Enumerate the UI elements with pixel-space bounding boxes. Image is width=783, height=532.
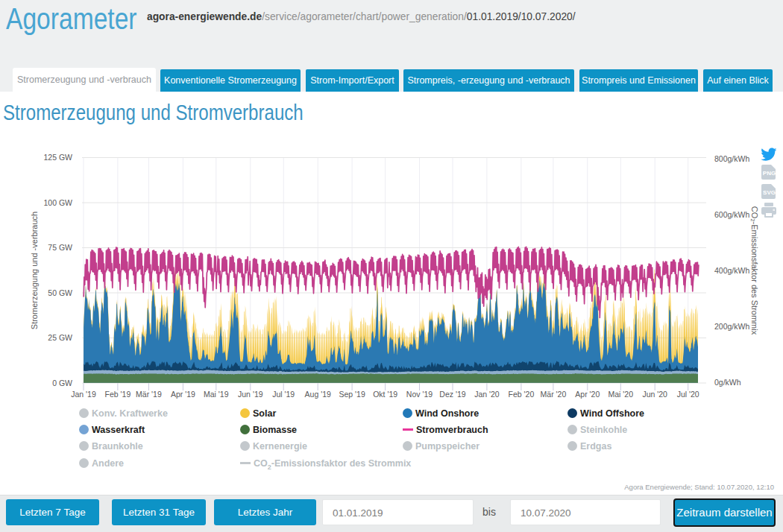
svg-text:50 GW: 50 GW [48,288,72,297]
svg-text:Feb '19: Feb '19 [105,390,131,399]
svg-text:Mai '19: Mai '19 [204,390,229,399]
svg-text:Mär '19: Mär '19 [136,390,162,399]
svg-text:Mär '20: Mär '20 [541,390,567,399]
svg-text:Mai '20: Mai '20 [609,390,634,399]
svg-text:Aug '19: Aug '19 [305,390,331,399]
svg-text:PNG: PNG [763,170,776,177]
svg-text:Jun '19: Jun '19 [238,390,263,399]
svg-text:SVG: SVG [763,189,776,196]
svg-text:75 GW: 75 GW [48,243,72,252]
svg-text:Jan '19: Jan '19 [71,390,96,399]
svg-text:Jun '20: Jun '20 [642,390,667,399]
svg-text:Okt '19: Okt '19 [373,390,397,399]
svg-text:Jul '20: Jul '20 [677,390,699,399]
svg-text:Apr '19: Apr '19 [171,390,195,399]
svg-text:Dez '19: Dez '19 [439,390,465,399]
svg-text:0 GW: 0 GW [52,379,72,387]
svg-text:100 GW: 100 GW [43,198,72,207]
svg-text:200g/kWh: 200g/kWh [714,322,749,331]
svg-text:Sep '19: Sep '19 [339,390,365,399]
svg-text:400g/kWh: 400g/kWh [714,266,749,275]
svg-text:Stromerzeugung und -verbrauch: Stromerzeugung und -verbrauch [30,212,39,329]
svg-text:Jul '19: Jul '19 [272,390,295,399]
svg-text:0g/kWh: 0g/kWh [714,378,741,387]
svg-text:600g/kWh: 600g/kWh [714,210,749,219]
svg-text:Jan '20: Jan '20 [474,390,500,399]
svg-text:CO₂-Emissionsfaktor des Stromm: CO₂-Emissionsfaktor des Strommix [750,206,759,335]
svg-text:125 GW: 125 GW [43,153,72,162]
svg-text:25 GW: 25 GW [48,333,72,342]
svg-text:Feb '20: Feb '20 [509,390,535,399]
svg-text:Apr '20: Apr '20 [575,390,600,399]
svg-text:800g/kWh: 800g/kWh [714,154,749,163]
svg-text:Nov '19: Nov '19 [406,390,433,399]
